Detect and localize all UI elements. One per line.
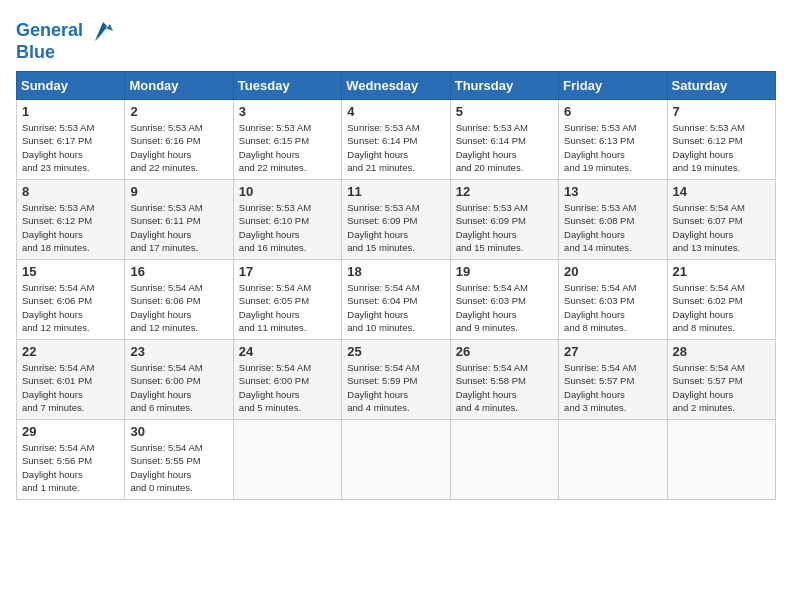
day-cell-10: 10 Sunrise: 5:53 AM Sunset: 6:10 PM Dayl… (233, 180, 341, 260)
day-number: 28 (673, 344, 770, 359)
day-cell-3: 3 Sunrise: 5:53 AM Sunset: 6:15 PM Dayli… (233, 100, 341, 180)
day-header-saturday: Saturday (667, 72, 775, 100)
day-cell-25: 25 Sunrise: 5:54 AM Sunset: 5:59 PM Dayl… (342, 340, 450, 420)
day-cell-2: 2 Sunrise: 5:53 AM Sunset: 6:16 PM Dayli… (125, 100, 233, 180)
empty-cell (667, 420, 775, 500)
day-info: Sunrise: 5:54 AM Sunset: 6:06 PM Dayligh… (22, 281, 119, 334)
day-cell-12: 12 Sunrise: 5:53 AM Sunset: 6:09 PM Dayl… (450, 180, 558, 260)
day-info: Sunrise: 5:54 AM Sunset: 5:57 PM Dayligh… (564, 361, 661, 414)
day-info: Sunrise: 5:53 AM Sunset: 6:15 PM Dayligh… (239, 121, 336, 174)
day-number: 5 (456, 104, 553, 119)
day-number: 29 (22, 424, 119, 439)
day-number: 23 (130, 344, 227, 359)
day-info: Sunrise: 5:53 AM Sunset: 6:10 PM Dayligh… (239, 201, 336, 254)
day-info: Sunrise: 5:54 AM Sunset: 6:00 PM Dayligh… (130, 361, 227, 414)
day-cell-4: 4 Sunrise: 5:53 AM Sunset: 6:14 PM Dayli… (342, 100, 450, 180)
day-info: Sunrise: 5:54 AM Sunset: 6:04 PM Dayligh… (347, 281, 444, 334)
day-info: Sunrise: 5:53 AM Sunset: 6:09 PM Dayligh… (347, 201, 444, 254)
day-info: Sunrise: 5:53 AM Sunset: 6:14 PM Dayligh… (456, 121, 553, 174)
day-info: Sunrise: 5:54 AM Sunset: 6:03 PM Dayligh… (456, 281, 553, 334)
day-cell-11: 11 Sunrise: 5:53 AM Sunset: 6:09 PM Dayl… (342, 180, 450, 260)
day-number: 25 (347, 344, 444, 359)
day-info: Sunrise: 5:53 AM Sunset: 6:13 PM Dayligh… (564, 121, 661, 174)
day-number: 9 (130, 184, 227, 199)
day-info: Sunrise: 5:54 AM Sunset: 6:01 PM Dayligh… (22, 361, 119, 414)
day-info: Sunrise: 5:53 AM Sunset: 6:14 PM Dayligh… (347, 121, 444, 174)
day-cell-22: 22 Sunrise: 5:54 AM Sunset: 6:01 PM Dayl… (17, 340, 125, 420)
day-cell-1: 1 Sunrise: 5:53 AM Sunset: 6:17 PM Dayli… (17, 100, 125, 180)
day-cell-9: 9 Sunrise: 5:53 AM Sunset: 6:11 PM Dayli… (125, 180, 233, 260)
day-header-monday: Monday (125, 72, 233, 100)
day-info: Sunrise: 5:54 AM Sunset: 6:05 PM Dayligh… (239, 281, 336, 334)
day-cell-6: 6 Sunrise: 5:53 AM Sunset: 6:13 PM Dayli… (559, 100, 667, 180)
day-number: 10 (239, 184, 336, 199)
logo-icon (85, 16, 115, 46)
day-header-sunday: Sunday (17, 72, 125, 100)
day-number: 19 (456, 264, 553, 279)
day-cell-20: 20 Sunrise: 5:54 AM Sunset: 6:03 PM Dayl… (559, 260, 667, 340)
day-cell-26: 26 Sunrise: 5:54 AM Sunset: 5:58 PM Dayl… (450, 340, 558, 420)
day-number: 11 (347, 184, 444, 199)
page-header: General Blue (16, 16, 776, 63)
day-number: 18 (347, 264, 444, 279)
day-cell-19: 19 Sunrise: 5:54 AM Sunset: 6:03 PM Dayl… (450, 260, 558, 340)
empty-cell (559, 420, 667, 500)
week-row-2: 8 Sunrise: 5:53 AM Sunset: 6:12 PM Dayli… (17, 180, 776, 260)
week-row-1: 1 Sunrise: 5:53 AM Sunset: 6:17 PM Dayli… (17, 100, 776, 180)
day-header-tuesday: Tuesday (233, 72, 341, 100)
day-cell-18: 18 Sunrise: 5:54 AM Sunset: 6:04 PM Dayl… (342, 260, 450, 340)
day-cell-30: 30 Sunrise: 5:54 AM Sunset: 5:55 PM Dayl… (125, 420, 233, 500)
empty-cell (342, 420, 450, 500)
day-number: 17 (239, 264, 336, 279)
day-number: 20 (564, 264, 661, 279)
day-info: Sunrise: 5:54 AM Sunset: 5:59 PM Dayligh… (347, 361, 444, 414)
day-info: Sunrise: 5:54 AM Sunset: 6:00 PM Dayligh… (239, 361, 336, 414)
day-cell-27: 27 Sunrise: 5:54 AM Sunset: 5:57 PM Dayl… (559, 340, 667, 420)
day-info: Sunrise: 5:53 AM Sunset: 6:16 PM Dayligh… (130, 121, 227, 174)
day-number: 27 (564, 344, 661, 359)
day-info: Sunrise: 5:54 AM Sunset: 6:07 PM Dayligh… (673, 201, 770, 254)
calendar-table: SundayMondayTuesdayWednesdayThursdayFrid… (16, 71, 776, 500)
day-cell-14: 14 Sunrise: 5:54 AM Sunset: 6:07 PM Dayl… (667, 180, 775, 260)
day-number: 7 (673, 104, 770, 119)
week-row-4: 22 Sunrise: 5:54 AM Sunset: 6:01 PM Dayl… (17, 340, 776, 420)
week-row-5: 29 Sunrise: 5:54 AM Sunset: 5:56 PM Dayl… (17, 420, 776, 500)
day-cell-16: 16 Sunrise: 5:54 AM Sunset: 6:06 PM Dayl… (125, 260, 233, 340)
logo-text: General (16, 20, 83, 42)
day-info: Sunrise: 5:54 AM Sunset: 5:58 PM Dayligh… (456, 361, 553, 414)
day-info: Sunrise: 5:54 AM Sunset: 5:56 PM Dayligh… (22, 441, 119, 494)
day-cell-23: 23 Sunrise: 5:54 AM Sunset: 6:00 PM Dayl… (125, 340, 233, 420)
day-cell-13: 13 Sunrise: 5:53 AM Sunset: 6:08 PM Dayl… (559, 180, 667, 260)
day-header-friday: Friday (559, 72, 667, 100)
day-number: 26 (456, 344, 553, 359)
week-row-3: 15 Sunrise: 5:54 AM Sunset: 6:06 PM Dayl… (17, 260, 776, 340)
day-info: Sunrise: 5:54 AM Sunset: 5:57 PM Dayligh… (673, 361, 770, 414)
day-header-thursday: Thursday (450, 72, 558, 100)
day-number: 24 (239, 344, 336, 359)
day-number: 8 (22, 184, 119, 199)
logo: General Blue (16, 16, 115, 63)
day-cell-28: 28 Sunrise: 5:54 AM Sunset: 5:57 PM Dayl… (667, 340, 775, 420)
day-number: 3 (239, 104, 336, 119)
day-number: 1 (22, 104, 119, 119)
empty-cell (450, 420, 558, 500)
day-cell-17: 17 Sunrise: 5:54 AM Sunset: 6:05 PM Dayl… (233, 260, 341, 340)
day-cell-15: 15 Sunrise: 5:54 AM Sunset: 6:06 PM Dayl… (17, 260, 125, 340)
day-number: 12 (456, 184, 553, 199)
day-number: 15 (22, 264, 119, 279)
day-info: Sunrise: 5:53 AM Sunset: 6:08 PM Dayligh… (564, 201, 661, 254)
day-number: 13 (564, 184, 661, 199)
day-number: 30 (130, 424, 227, 439)
day-cell-29: 29 Sunrise: 5:54 AM Sunset: 5:56 PM Dayl… (17, 420, 125, 500)
day-number: 2 (130, 104, 227, 119)
day-header-wednesday: Wednesday (342, 72, 450, 100)
day-number: 21 (673, 264, 770, 279)
day-info: Sunrise: 5:54 AM Sunset: 6:03 PM Dayligh… (564, 281, 661, 334)
day-info: Sunrise: 5:53 AM Sunset: 6:12 PM Dayligh… (22, 201, 119, 254)
day-number: 14 (673, 184, 770, 199)
day-info: Sunrise: 5:53 AM Sunset: 6:17 PM Dayligh… (22, 121, 119, 174)
calendar-header-row: SundayMondayTuesdayWednesdayThursdayFrid… (17, 72, 776, 100)
empty-cell (233, 420, 341, 500)
day-info: Sunrise: 5:54 AM Sunset: 6:02 PM Dayligh… (673, 281, 770, 334)
day-number: 4 (347, 104, 444, 119)
